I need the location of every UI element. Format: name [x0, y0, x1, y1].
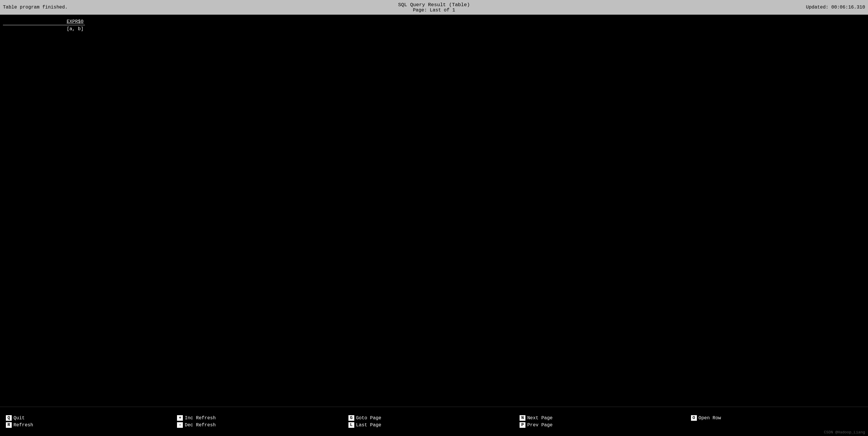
shortcut-quit[interactable]: Q Quit [6, 415, 177, 421]
updated-time: Updated: 00:06:16.310 [806, 5, 865, 10]
key-n: N [520, 415, 525, 421]
footer-group-4: N Next Page P Prev Page [520, 415, 691, 428]
footer-group-2: + Inc Refresh - Dec Refresh [177, 415, 348, 428]
footer-bar: Q Quit R Refresh + Inc Refresh - Dec Ref… [0, 407, 868, 436]
label-goto-page: Goto Page [356, 415, 381, 421]
shortcut-prev-page[interactable]: P Prev Page [520, 422, 691, 428]
label-prev-page: Prev Page [527, 423, 552, 428]
label-next-page: Next Page [527, 415, 552, 421]
key-plus: + [177, 415, 183, 421]
status-text: Table program finished. [3, 5, 68, 10]
table-cell-expr0: [a, b] [3, 26, 85, 32]
page-title: SQL Query Result (Table) [398, 2, 470, 8]
header-bar: Table program finished. SQL Query Result… [0, 0, 868, 14]
shortcut-dec-refresh[interactable]: - Dec Refresh [177, 422, 348, 428]
key-l: L [348, 422, 354, 428]
shortcut-next-page[interactable]: N Next Page [520, 415, 691, 421]
label-open-row: Open Row [699, 415, 721, 421]
shortcut-open-row[interactable]: O Open Row [691, 415, 862, 421]
footer-group-5: O Open Row [691, 415, 862, 428]
watermark: CSDN @Hadoop_Liang [824, 430, 865, 435]
footer-group-3: G Goto Page L Last Page [348, 415, 520, 428]
label-quit: Quit [13, 415, 25, 421]
table-row: [a, b] [3, 26, 865, 32]
shortcut-inc-refresh[interactable]: + Inc Refresh [177, 415, 348, 421]
label-last-page: Last Page [356, 423, 381, 428]
shortcut-refresh[interactable]: R Refresh [6, 422, 177, 428]
label-dec-refresh: Dec Refresh [185, 423, 216, 428]
label-inc-refresh: Inc Refresh [185, 415, 216, 421]
column-header-row: EXPR$0 [3, 19, 865, 24]
table-area: EXPR$0 [a, b] [0, 18, 868, 33]
key-minus: - [177, 422, 183, 428]
key-g: G [348, 415, 354, 421]
column-divider [3, 25, 85, 25]
key-q: Q [6, 415, 12, 421]
footer-shortcuts: Q Quit R Refresh + Inc Refresh - Dec Ref… [6, 415, 862, 428]
shortcut-goto-page[interactable]: G Goto Page [348, 415, 520, 421]
shortcut-last-page[interactable]: L Last Page [348, 422, 520, 428]
key-p: P [520, 422, 525, 428]
key-o: O [691, 415, 697, 421]
label-refresh: Refresh [13, 423, 33, 428]
footer-group-1: Q Quit R Refresh [6, 415, 177, 428]
main-content: EXPR$0 [a, b] [0, 14, 868, 407]
column-header-expr: EXPR$0 [3, 19, 85, 24]
key-r: R [6, 422, 12, 428]
page-info: Page: Last of 1 [398, 8, 470, 13]
